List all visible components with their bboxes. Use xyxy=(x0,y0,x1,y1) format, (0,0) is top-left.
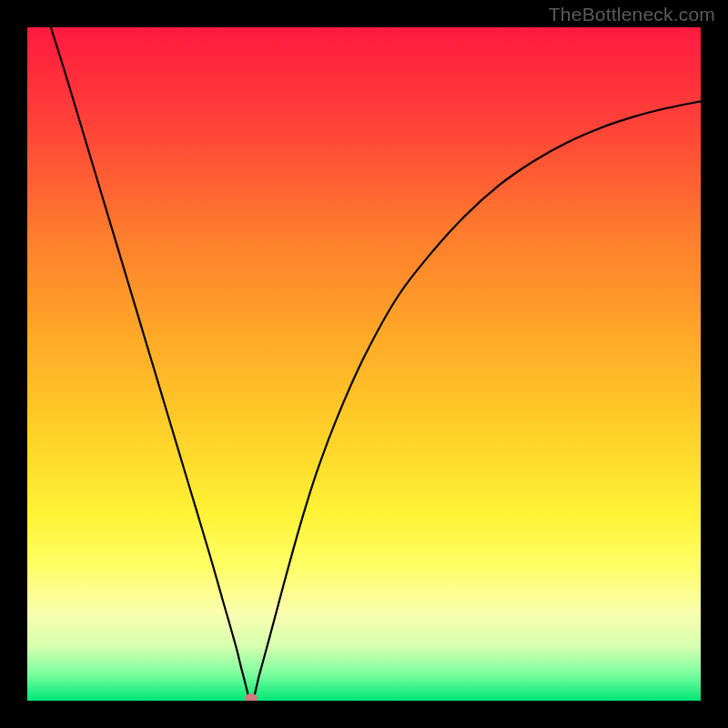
optimal-marker xyxy=(245,693,258,701)
watermark-text: TheBottleneck.com xyxy=(549,4,715,25)
curve-layer xyxy=(27,27,701,701)
plot-area xyxy=(27,27,701,701)
bottleneck-curve xyxy=(51,27,701,701)
chart-frame: TheBottleneck.com xyxy=(0,0,728,728)
